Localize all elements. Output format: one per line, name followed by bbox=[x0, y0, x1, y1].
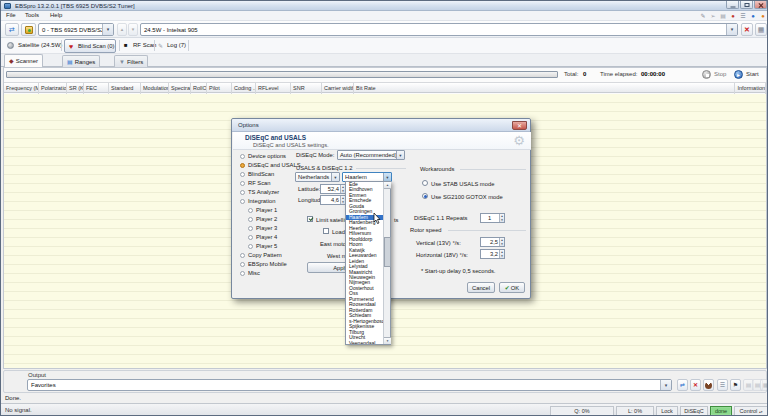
start-button[interactable]: Start bbox=[746, 71, 759, 77]
results-table-header: Frequency (MHz)PolarizationSR (KS/s)FECS… bbox=[4, 82, 766, 93]
table-column-header[interactable]: RFLevel bbox=[256, 83, 291, 94]
record-icon[interactable]: ● bbox=[729, 12, 737, 20]
spinner-buttons[interactable]: ▲▼ bbox=[499, 250, 504, 258]
dialog-nav-item[interactable]: Player 4 bbox=[248, 233, 277, 241]
tab-filters[interactable]: ▼ Filters bbox=[114, 55, 148, 67]
table-column-header[interactable]: Frequency (MHz) bbox=[4, 83, 39, 94]
stop-icon[interactable] bbox=[702, 70, 711, 79]
dialog-nav-item[interactable]: Copy Pattern bbox=[240, 251, 282, 259]
diseqc-mode-select[interactable]: Auto (Recommended) ▾ bbox=[337, 150, 405, 160]
output-pacman-button[interactable] bbox=[703, 379, 714, 391]
prev-satellite-button[interactable]: ▴ bbox=[117, 23, 127, 36]
level-indicator: L: 0% bbox=[616, 406, 654, 416]
limit-satellites-checkbox[interactable] bbox=[307, 216, 313, 222]
radio-bullet-icon bbox=[240, 262, 245, 267]
dialog-nav-item[interactable]: EBSpro Mobile bbox=[240, 260, 287, 268]
output-delete-button[interactable]: ✕ bbox=[690, 379, 701, 391]
satellite-scan-button[interactable]: Satellite (24.5W) bbox=[18, 42, 62, 48]
menu-help[interactable]: Help bbox=[50, 12, 62, 18]
scrollbar-thumb[interactable] bbox=[384, 237, 391, 267]
start-icon[interactable]: ▸ bbox=[734, 70, 743, 79]
output-select-value: Favorites bbox=[28, 382, 660, 388]
output-flag-button[interactable]: ⚑ bbox=[730, 379, 741, 391]
tuner-select[interactable]: 0 - TBS 6925 DVBS/S2 Tuner ▾ bbox=[38, 23, 114, 36]
delete-satellite-button[interactable]: ✕ bbox=[741, 23, 753, 36]
table-column-header[interactable]: Polarization bbox=[39, 83, 67, 94]
flag-icon: ⚑ bbox=[733, 382, 738, 388]
log-button[interactable]: Log (7) bbox=[167, 42, 186, 48]
vertical-speed-field[interactable]: 2,5 ▲▼ bbox=[480, 237, 505, 247]
dialog-close-button[interactable]: ✕ bbox=[512, 121, 527, 130]
dialog-nav-item[interactable]: TS Analyzer bbox=[240, 188, 279, 196]
next-satellite-button[interactable]: ▾ bbox=[128, 23, 138, 36]
table-column-header[interactable]: Standard bbox=[109, 83, 141, 94]
list-icon[interactable]: ☰ bbox=[739, 12, 747, 20]
ok-button[interactable]: ✔OK bbox=[499, 282, 525, 293]
sg2100-gotox-radio[interactable] bbox=[422, 193, 428, 199]
brush-icon[interactable]: ● bbox=[759, 12, 767, 20]
output-refresh-button[interactable]: ⇄ bbox=[677, 379, 688, 391]
spinner-buttons[interactable]: ▲▼ bbox=[499, 238, 504, 246]
latitude-label: Latitude: bbox=[298, 186, 320, 192]
menu-tools[interactable]: Tools bbox=[25, 12, 39, 18]
table-column-header[interactable]: Bit Rate bbox=[354, 83, 735, 94]
table-column-header[interactable]: Information bbox=[735, 83, 766, 94]
table-column-header[interactable]: Spectral in... bbox=[169, 83, 191, 94]
dialog-nav-item[interactable]: Device options bbox=[240, 152, 286, 160]
dialog-nav-item[interactable]: Player 5 bbox=[248, 242, 277, 250]
pen-icon[interactable]: ✎ bbox=[699, 12, 707, 20]
horizontal-speed-field[interactable]: 3,2 ▲▼ bbox=[480, 249, 505, 259]
tab-scanner[interactable]: ◆ Scanner bbox=[4, 54, 43, 67]
tuner-device-button[interactable] bbox=[21, 23, 36, 36]
dialog-nav-item[interactable]: Player 3 bbox=[248, 224, 277, 232]
table-column-header[interactable]: Pilot bbox=[207, 83, 232, 94]
close-button[interactable] bbox=[754, 1, 767, 9]
scroll-down-icon[interactable]: ▼ bbox=[384, 337, 391, 344]
pointer-icon[interactable]: ➢ bbox=[709, 12, 717, 20]
dialog-nav-item[interactable]: RF Scan bbox=[240, 179, 271, 187]
output-film-button[interactable]: ▦ bbox=[760, 379, 768, 391]
longitude-field[interactable]: 4,6 ▲▼ bbox=[320, 195, 346, 205]
dialog-nav-item[interactable]: DiSEqC and USALS bbox=[240, 161, 301, 169]
latitude-field[interactable]: 52,4 ▲▼ bbox=[320, 184, 346, 194]
control-toggle[interactable]: Control ▴▾ bbox=[734, 406, 768, 416]
load-to-checkbox[interactable] bbox=[323, 228, 329, 234]
minimize-button[interactable] bbox=[726, 1, 739, 9]
table-column-header[interactable]: Carrier width bbox=[322, 83, 354, 94]
dialog-nav-item[interactable]: Player 2 bbox=[248, 215, 277, 223]
info-icon[interactable]: ● bbox=[749, 12, 757, 20]
table-column-header[interactable]: RollOff bbox=[191, 83, 207, 94]
dialog-nav-item[interactable]: Misc bbox=[240, 269, 260, 277]
blind-scan-button[interactable]: ♥ Blind Scan (0) bbox=[64, 39, 116, 53]
table-column-header[interactable]: SNR bbox=[291, 83, 322, 94]
city-list-scrollbar[interactable]: ▲ ▼ bbox=[383, 182, 390, 344]
repeats-field[interactable]: 1 ▲▼ bbox=[480, 213, 505, 223]
startup-delay-note: * Start-up delay 0,5 seconds. bbox=[421, 268, 495, 274]
city-list-item[interactable]: Veenendaal bbox=[346, 341, 384, 344]
stop-button[interactable]: Stop bbox=[714, 71, 726, 77]
save-button[interactable]: ▦ bbox=[755, 23, 767, 36]
table-column-header[interactable]: Coding ... bbox=[232, 83, 256, 94]
radio-bullet-icon bbox=[240, 199, 245, 204]
output-select[interactable]: Favorites ▾ bbox=[27, 379, 672, 391]
table-column-header[interactable]: Modulation bbox=[141, 83, 169, 94]
scroll-up-icon[interactable]: ▲ bbox=[384, 182, 391, 189]
dialog-nav-item[interactable]: Player 1 bbox=[248, 206, 277, 214]
refresh-tuner-button[interactable]: ⇄ bbox=[5, 23, 19, 36]
cancel-button[interactable]: Cancel bbox=[467, 282, 495, 293]
table-column-header[interactable]: FEC bbox=[84, 83, 109, 94]
output-list-button[interactable]: ☰ bbox=[717, 379, 728, 391]
menu-file[interactable]: File bbox=[6, 12, 16, 18]
spinner-buttons[interactable]: ▲▼ bbox=[499, 214, 504, 222]
dialog-nav-item[interactable]: BlindScan bbox=[240, 170, 274, 178]
filter-icon: ▼ bbox=[119, 59, 125, 65]
country-select[interactable]: Netherlands ▾ bbox=[295, 172, 340, 182]
stab-usals-radio[interactable] bbox=[422, 180, 428, 186]
table-column-header[interactable]: SR (KS/s) bbox=[67, 83, 84, 94]
satellite-select[interactable]: 24.5W - Intelsat 905 ▾ bbox=[140, 23, 738, 36]
rf-scan-button[interactable]: RF Scan bbox=[133, 42, 156, 48]
dialog-nav-item[interactable]: Integration bbox=[240, 197, 275, 205]
tab-ranges[interactable]: ▤ Ranges bbox=[62, 55, 100, 67]
maximize-button[interactable] bbox=[740, 1, 753, 9]
notes-icon[interactable]: ▤ bbox=[719, 12, 727, 20]
